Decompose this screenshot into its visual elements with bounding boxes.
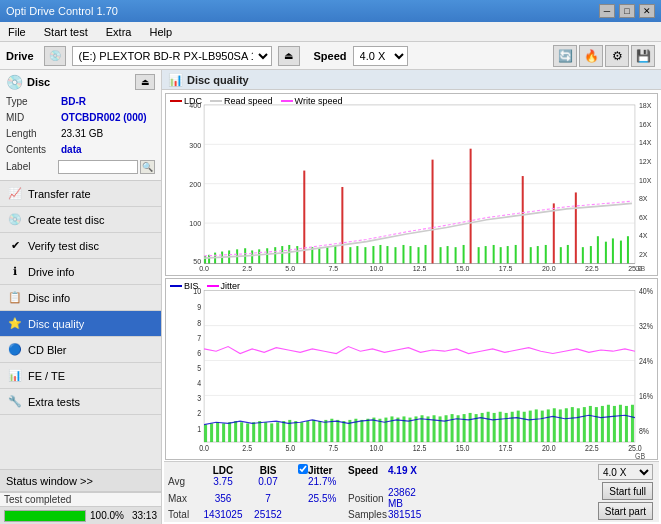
nav-label-extra-tests: Extra tests <box>28 396 80 408</box>
label-input[interactable] <box>58 160 138 174</box>
save-button[interactable]: 💾 <box>631 45 655 67</box>
svg-rect-119 <box>270 423 273 442</box>
svg-rect-135 <box>366 418 369 441</box>
svg-rect-125 <box>306 421 309 442</box>
svg-rect-47 <box>334 246 336 264</box>
svg-rect-161 <box>523 411 526 441</box>
avg-ldc: 3.75 <box>198 476 248 487</box>
read-speed-color <box>210 100 222 102</box>
svg-rect-83 <box>605 242 607 264</box>
svg-text:15.0: 15.0 <box>456 264 470 273</box>
svg-rect-63 <box>455 247 457 263</box>
svg-rect-123 <box>294 421 297 442</box>
speed-select[interactable]: 4.0 X <box>353 46 408 66</box>
disc-quality-icon: ⭐ <box>8 317 22 331</box>
menu-file[interactable]: File <box>4 24 30 40</box>
menu-extra[interactable]: Extra <box>102 24 136 40</box>
svg-rect-82 <box>597 236 599 263</box>
sidebar-item-disc-quality[interactable]: ⭐ Disc quality <box>0 311 161 337</box>
mid-key: MID <box>6 110 61 126</box>
progress-bar-outer <box>4 510 86 522</box>
jitter-header: Jitter <box>308 464 348 476</box>
eject-button[interactable]: ⏏ <box>278 46 300 66</box>
svg-text:0.0: 0.0 <box>199 264 209 273</box>
start-full-button[interactable]: Start full <box>602 482 653 500</box>
svg-text:12.5: 12.5 <box>413 264 427 273</box>
legend-read-speed-label: Read speed <box>224 96 273 106</box>
svg-rect-54 <box>386 246 388 264</box>
svg-rect-71 <box>515 245 517 264</box>
progress-bar-inner <box>5 511 85 521</box>
svg-rect-0 <box>204 105 635 264</box>
drive-select[interactable]: (E:) PLEXTOR BD-R PX-LB950SA 1.06 <box>72 46 272 66</box>
chart-title: Disc quality <box>187 74 249 86</box>
maximize-button[interactable]: □ <box>619 4 635 18</box>
status-text: Test completed <box>4 494 71 505</box>
speed-dropdown[interactable]: 4.0 X <box>598 464 653 480</box>
titlebar-controls: ─ □ ✕ <box>599 4 655 18</box>
svg-text:10.0: 10.0 <box>370 264 384 273</box>
sidebar-item-disc-info[interactable]: 📋 Disc info <box>0 285 161 311</box>
svg-rect-29 <box>204 256 206 264</box>
svg-rect-45 <box>318 248 320 263</box>
svg-text:GB: GB <box>635 264 645 273</box>
svg-text:4X: 4X <box>639 231 648 240</box>
jitter-checkbox[interactable] <box>298 464 308 474</box>
svg-rect-59 <box>425 245 427 264</box>
svg-rect-127 <box>318 421 321 442</box>
nav-label-create-test-disc: Create test disc <box>28 214 104 226</box>
svg-rect-39 <box>274 247 276 263</box>
sidebar-item-cd-bler[interactable]: 🔵 CD Bler <box>0 337 161 363</box>
svg-text:7.5: 7.5 <box>328 443 338 453</box>
svg-rect-131 <box>342 421 345 442</box>
svg-rect-62 <box>447 246 449 264</box>
svg-rect-85 <box>620 241 622 264</box>
disc-panel: 💿 Disc ⏏ Type BD-R MID OTCBDR002 (000) L… <box>0 70 161 181</box>
svg-rect-78 <box>567 245 569 264</box>
settings-button[interactable]: ⚙ <box>605 45 629 67</box>
top-chart-legend: LDC Read speed Write speed <box>170 96 342 106</box>
sidebar-item-transfer-rate[interactable]: 📈 Transfer rate <box>0 181 161 207</box>
minimize-button[interactable]: ─ <box>599 4 615 18</box>
total-label: Total <box>168 509 198 520</box>
svg-rect-114 <box>240 422 243 442</box>
sidebar-item-fe-te[interactable]: 📊 FE / TE <box>0 363 161 389</box>
sidebar-item-extra-tests[interactable]: 🔧 Extra tests <box>0 389 161 415</box>
svg-text:6: 6 <box>197 348 201 358</box>
refresh-button[interactable]: 🔄 <box>553 45 577 67</box>
progress-text: 100.0% <box>90 510 124 521</box>
fe-te-icon: 📊 <box>8 369 22 383</box>
status-window-button[interactable]: Status window >> <box>0 470 161 492</box>
svg-rect-164 <box>541 410 544 441</box>
sidebar-item-create-test-disc[interactable]: 💿 Create test disc <box>0 207 161 233</box>
svg-rect-74 <box>537 246 539 264</box>
svg-rect-110 <box>216 422 219 442</box>
svg-rect-167 <box>559 409 562 442</box>
nav-label-transfer-rate: Transfer rate <box>28 188 91 200</box>
titlebar-title: Opti Drive Control 1.70 <box>6 5 118 17</box>
position-label: Position <box>348 487 388 509</box>
svg-text:100: 100 <box>189 219 201 228</box>
ldc-color <box>170 100 182 102</box>
speed-cur-header: Speed <box>348 464 388 476</box>
svg-text:5.0: 5.0 <box>285 264 295 273</box>
svg-text:40%: 40% <box>639 286 653 296</box>
menu-start-test[interactable]: Start test <box>40 24 92 40</box>
legend-ldc-label: LDC <box>184 96 202 106</box>
start-part-button[interactable]: Start part <box>598 502 653 520</box>
disc-eject-button[interactable]: ⏏ <box>135 74 155 90</box>
menu-help[interactable]: Help <box>145 24 176 40</box>
svg-text:7.5: 7.5 <box>328 264 338 273</box>
label-button[interactable]: 🔍 <box>140 160 155 174</box>
svg-rect-159 <box>511 411 514 441</box>
bis-header: BIS <box>248 464 288 476</box>
type-key: Type <box>6 94 61 110</box>
sidebar-item-verify-test-disc[interactable]: ✔ Verify test disc <box>0 233 161 259</box>
legend-bis: BIS <box>170 281 199 291</box>
sidebar-item-drive-info[interactable]: ℹ Drive info <box>0 259 161 285</box>
top-chart: LDC Read speed Write speed <box>165 93 658 276</box>
close-button[interactable]: ✕ <box>639 4 655 18</box>
burn-button[interactable]: 🔥 <box>579 45 603 67</box>
svg-text:2.5: 2.5 <box>242 264 252 273</box>
svg-rect-81 <box>590 246 592 264</box>
